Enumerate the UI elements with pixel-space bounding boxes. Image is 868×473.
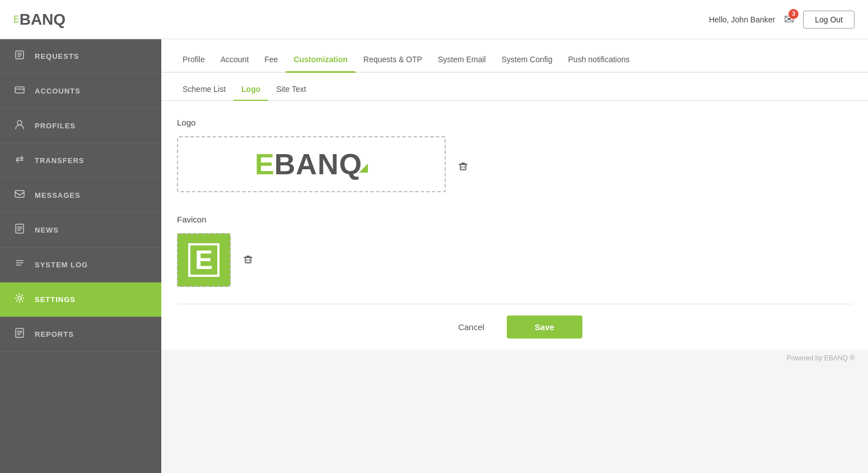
svg-point-2 (17, 120, 22, 125)
cancel-button[interactable]: Cancel (447, 317, 496, 337)
settings-icon (13, 293, 26, 307)
news-icon (13, 223, 26, 237)
sub-tab-scheme-list[interactable]: Scheme List (175, 85, 234, 100)
svg-rect-8 (460, 164, 466, 170)
profiles-icon (13, 119, 26, 133)
sidebar-item-news-label: NEWS (35, 226, 59, 234)
favicon-label: Favicon (177, 215, 852, 224)
favicon-preview: E (177, 233, 231, 287)
sidebar-item-news[interactable]: NEWS (0, 213, 161, 248)
mail-badge: 3 (788, 9, 799, 19)
tab-system-email[interactable]: System Email (430, 55, 494, 72)
sub-tab-site-text[interactable]: Site Text (268, 85, 314, 100)
logo-banq-preview: BANQ (274, 147, 362, 181)
content-area: Scheme List Logo Site Text Logo EBANQ (161, 73, 868, 473)
form-divider (177, 304, 852, 304)
sidebar-item-profiles-label: PROFILES (35, 122, 76, 130)
logo-row: EBANQ (177, 136, 852, 198)
footer: Powered by EBANQ ® (161, 350, 868, 367)
sidebar-item-requests-label: REQUESTS (35, 52, 80, 61)
sidebar-item-reports-label: REPORTS (35, 330, 74, 338)
logo-label: Logo (177, 118, 852, 127)
header-right: Hello, John Banker ✉ 3 Log Out (709, 11, 855, 29)
sidebar-item-settings-label: SETTINGS (35, 295, 76, 304)
tab-account[interactable]: Account (213, 55, 257, 72)
logo-delete-button[interactable] (457, 160, 469, 175)
sidebar-item-accounts-label: ACCOUNTS (35, 87, 81, 95)
svg-point-5 (18, 296, 21, 300)
tab-push-notifications[interactable]: Push notifications (561, 55, 638, 72)
sidebar-item-transfers[interactable]: TRANSFERS (0, 143, 161, 178)
svg-rect-9 (245, 257, 251, 263)
logo-accent (359, 164, 368, 173)
top-nav: Profile Account Fee Customization Reques… (161, 39, 868, 73)
favicon-row: E (177, 233, 852, 287)
sidebar-item-profiles[interactable]: PROFILES (0, 109, 161, 143)
sub-tabs: Scheme List Logo Site Text (161, 73, 868, 101)
sidebar-item-settings[interactable]: SETTINGS (0, 282, 161, 317)
brand-logo: EBANQ (13, 11, 66, 29)
favicon-letter: E (188, 243, 220, 277)
sidebar-item-messages-label: MESSAGES (35, 191, 81, 200)
logo-preview: EBANQ (177, 136, 446, 192)
tab-customization[interactable]: Customization (286, 55, 355, 72)
form-actions: Cancel Save (177, 316, 852, 350)
sidebar-item-reports[interactable]: REPORTS (0, 317, 161, 352)
sidebar-item-system-log[interactable]: SYSTEM LOG (0, 248, 161, 282)
main-content: Profile Account Fee Customization Reques… (161, 39, 868, 473)
mail-icon-wrap[interactable]: ✉ 3 (784, 12, 794, 27)
header-greeting: Hello, John Banker (709, 15, 775, 24)
logo-e-part: E (13, 15, 20, 25)
accounts-icon (13, 84, 26, 98)
header: EBANQ Hello, John Banker ✉ 3 Log Out (0, 0, 868, 39)
logo-e-preview: E (255, 147, 274, 181)
footer-text: Powered by EBANQ ® (787, 354, 855, 362)
sidebar-item-transfers-label: TRANSFERS (35, 156, 84, 165)
svg-rect-1 (15, 87, 24, 93)
tab-system-config[interactable]: System Config (493, 55, 560, 72)
sidebar-item-requests[interactable]: REQUESTS (0, 39, 161, 74)
reports-icon (13, 327, 26, 341)
save-button[interactable]: Save (507, 316, 582, 338)
messages-icon (13, 188, 26, 202)
form-content: Logo EBANQ (161, 101, 868, 350)
favicon-delete-button[interactable] (242, 253, 254, 268)
tab-requests-otp[interactable]: Requests & OTP (356, 55, 430, 72)
sidebar: REQUESTS ACCOUNTS PROFILES TRANSFERS MES… (0, 39, 161, 473)
logo-section: Logo EBANQ (177, 118, 852, 287)
tab-profile[interactable]: Profile (175, 55, 213, 72)
requests-icon (13, 49, 26, 63)
logo-banq-part: BANQ (20, 11, 66, 29)
sidebar-item-accounts[interactable]: ACCOUNTS (0, 74, 161, 109)
logout-button[interactable]: Log Out (803, 11, 855, 29)
layout: REQUESTS ACCOUNTS PROFILES TRANSFERS MES… (0, 39, 868, 473)
tab-fee[interactable]: Fee (256, 55, 286, 72)
sidebar-item-messages[interactable]: MESSAGES (0, 178, 161, 213)
svg-marker-7 (359, 164, 368, 173)
sub-tab-logo[interactable]: Logo (234, 85, 268, 100)
transfers-icon (13, 154, 26, 168)
sidebar-item-system-log-label: SYSTEM LOG (35, 261, 88, 269)
system-log-icon (13, 258, 26, 272)
logo-image: EBANQ (255, 147, 368, 181)
svg-rect-3 (15, 191, 24, 197)
